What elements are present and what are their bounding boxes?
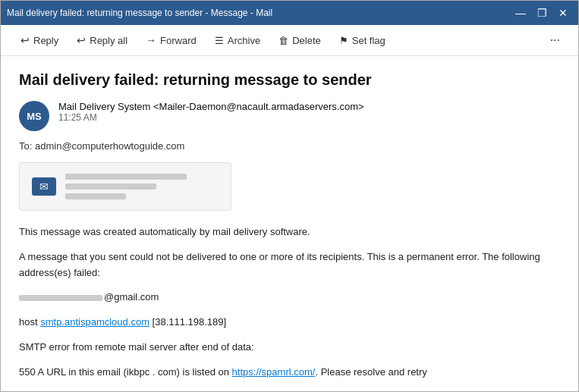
- restore-button[interactable]: ❐: [533, 4, 551, 22]
- body-paragraph-1: This message was created automatically b…: [19, 224, 560, 240]
- spamrl-link[interactable]: https://spamrl.com/: [232, 366, 316, 378]
- set-flag-label: Set flag: [352, 35, 385, 46]
- avatar: MS: [19, 101, 49, 131]
- delete-label: Delete: [292, 35, 321, 46]
- url-line-suffix: . Please resolve and retry: [315, 366, 426, 378]
- body-url-line: 550 A URL in this email (ikbpc . com) is…: [19, 365, 560, 381]
- window-title: Mail delivery failed: returning message …: [7, 8, 272, 18]
- redacted-line-3: [65, 193, 126, 199]
- reply-all-button[interactable]: ↩ Reply all: [69, 30, 135, 51]
- forward-icon: →: [146, 34, 156, 46]
- body-paragraph-2: A message that you sent could not be del…: [19, 249, 560, 281]
- more-button[interactable]: ···: [544, 30, 566, 50]
- to-label: To:: [19, 140, 32, 152]
- email-preview-icon: ✉: [32, 177, 56, 196]
- body-smtp-line: SMTP error from remote mail server after…: [19, 340, 560, 356]
- to-address: admin@computerhowtoguide.com: [35, 140, 184, 152]
- redacted-line-1: [65, 174, 187, 180]
- forward-button[interactable]: → Forward: [138, 30, 204, 51]
- archive-button[interactable]: ☰ Archive: [207, 30, 268, 51]
- window-controls: — ❐ ✕: [511, 4, 572, 22]
- reply-all-label: Reply all: [90, 35, 127, 46]
- title-bar: Mail delivery failed: returning message …: [1, 1, 578, 25]
- flag-icon: ⚑: [339, 35, 348, 46]
- minimize-button[interactable]: —: [511, 4, 530, 22]
- email-body: This message was created automatically b…: [19, 224, 560, 381]
- redacted-address: [19, 295, 102, 301]
- url-line-prefix: 550 A URL in this email (ikbpc . com) is…: [19, 366, 232, 378]
- forward-label: Forward: [160, 35, 197, 46]
- delete-icon: 🗑: [278, 35, 288, 46]
- toolbar: ↩ Reply ↩ Reply all → Forward ☰ Archive …: [1, 25, 578, 56]
- sender-timestamp: 11:25 AM: [58, 112, 364, 123]
- reply-button[interactable]: ↩ Reply: [13, 30, 66, 51]
- archive-icon: ☰: [215, 35, 224, 46]
- email-content: Mail delivery failed: returning message …: [1, 56, 578, 391]
- body-host-line: host smtp.antispamcloud.com [38.111.198.…: [19, 315, 560, 331]
- to-line: To: admin@computerhowtoguide.com: [19, 140, 560, 152]
- sender-name: Mail Delivery System <Mailer-Daemon@naca…: [58, 101, 364, 112]
- close-button[interactable]: ✕: [554, 4, 572, 22]
- reply-all-icon: ↩: [77, 34, 86, 46]
- reply-label: Reply: [33, 35, 58, 46]
- antispam-link[interactable]: smtp.antispamcloud.com: [40, 316, 149, 328]
- redacted-line-2: [65, 183, 156, 190]
- reply-icon: ↩: [20, 34, 30, 46]
- email-subject: Mail delivery failed: returning message …: [19, 71, 560, 89]
- delete-button[interactable]: 🗑 Delete: [271, 30, 329, 51]
- set-flag-button[interactable]: ⚑ Set flag: [332, 30, 393, 51]
- body-failed-address: @gmail.com: [19, 290, 560, 306]
- email-preview-block: ✉: [19, 162, 231, 211]
- sender-row: MS Mail Delivery System <Mailer-Daemon@n…: [19, 101, 560, 131]
- main-window: Mail delivery failed: returning message …: [0, 0, 579, 392]
- gmail-suffix: @gmail.com: [104, 291, 159, 303]
- redacted-preview: [65, 174, 187, 199]
- sender-info: Mail Delivery System <Mailer-Daemon@naca…: [58, 101, 364, 123]
- archive-label: Archive: [228, 35, 260, 46]
